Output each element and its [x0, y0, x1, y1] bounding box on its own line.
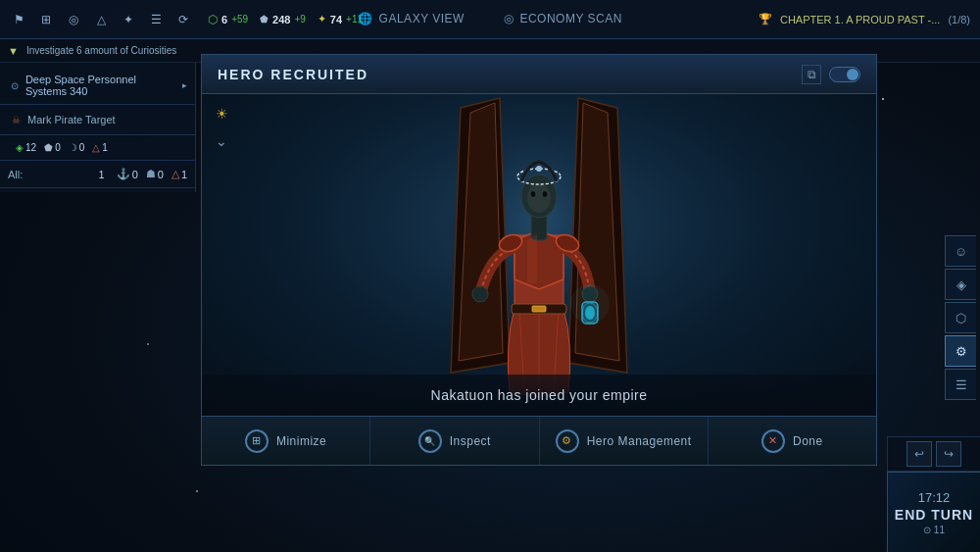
pirate-row[interactable]: ☠ Mark Pirate Target — [8, 109, 187, 130]
hero-svg — [421, 94, 657, 416]
nav-ctrl-left[interactable]: ↩ — [906, 441, 932, 467]
end-turn-turn: ⊙ 11 — [923, 525, 945, 535]
done-button[interactable]: ✕ Done — [709, 417, 876, 465]
modal-title: HERO RECRUITED — [218, 67, 368, 82]
fleet-icons: ⚓ 0 ☗ 0 △ 1 — [117, 168, 187, 180]
top-bar: ⚑ ⊞ ◎ △ ✦ ☰ ⟳ ⬡ 6 +59 ⬟ 248 +9 ✦ 74 +11 … — [0, 0, 980, 39]
toolbar-icon-7[interactable]: ⟳ — [172, 9, 194, 30]
science-value: 248 — [272, 14, 290, 25]
fleet-icon-3: △ — [172, 168, 179, 180]
stat-industry: ⬟ 0 — [44, 142, 61, 153]
system-row: ⊙ Deep Space Personnel Systems 340 ▸ — [8, 71, 187, 100]
stats-row: ◈ 12 ⬟ 0 ☽ 0 △ 1 — [8, 139, 187, 156]
economy-label: ECONOMY SCAN — [519, 12, 621, 25]
modal-header: HERO RECRUITED ⧉ — [202, 55, 876, 94]
top-nav: 🌐 GALAXY VIEW ◎ ECONOMY SCAN — [338, 0, 642, 38]
top-right: 🏆 CHAPTER 1. A PROUD PAST -... (1/8) — [759, 13, 980, 25]
svg-point-23 — [570, 284, 610, 324]
fleet-section: All: 1 ⚓ 0 ☗ 0 △ 1 — [0, 161, 195, 188]
panel-misc-btn[interactable]: ☰ — [945, 369, 976, 400]
minimize-label: Minimize — [276, 434, 326, 448]
toolbar-icon-4[interactable]: △ — [90, 9, 112, 30]
stats-section: ◈ 12 ⬟ 0 ☽ 0 △ 1 — [0, 135, 195, 161]
inspect-icon: 🔍 — [418, 429, 442, 453]
svg-rect-20 — [532, 306, 546, 312]
quest-text: Investigate 6 amount of Curiosities — [26, 45, 176, 56]
toolbar-icon-2[interactable]: ⊞ — [35, 9, 57, 30]
panel-heroes-btn[interactable]: ☺ — [945, 235, 976, 267]
hero-recruited-modal: HERO RECRUITED ⧉ ☀ ⌄ — [201, 54, 877, 466]
galaxy-label: GALAXY VIEW — [379, 12, 465, 25]
science-icon: ⬟ — [260, 14, 269, 25]
fleet-val-3: 1 — [181, 169, 187, 180]
toolbar-icon-5[interactable]: ✦ — [118, 9, 139, 30]
fleet-all-val: 1 — [99, 169, 105, 180]
appr-icon: △ — [92, 142, 100, 153]
end-turn-area[interactable]: 17:12 END TURN ⊙ 11 — [887, 472, 980, 552]
toolbar-icon-3[interactable]: ◎ — [63, 9, 84, 30]
fleet-icon-1: ⚓ — [117, 168, 130, 180]
svg-point-9 — [530, 191, 536, 198]
modal-controls: ⧉ — [802, 65, 860, 84]
dust-value: 6 — [221, 14, 227, 25]
ind-icon: ⬟ — [44, 142, 53, 153]
chapter-title: CHAPTER 1. A PROUD PAST -... — [780, 14, 940, 25]
chapter-progress: (1/8) — [948, 14, 970, 25]
minimize-button[interactable]: ⊞ Minimize — [202, 417, 370, 465]
done-icon: ✕ — [761, 429, 785, 453]
stat-food: ◈ 12 — [16, 142, 36, 153]
nav-ctrl-right[interactable]: ↪ — [936, 441, 961, 467]
end-turn-label: END TURN — [895, 507, 973, 523]
hero-message: Nakatuon has joined your empire — [202, 375, 876, 416]
economy-icon: ◎ — [504, 12, 514, 25]
sci2-icon: ☽ — [69, 142, 77, 153]
hero-portrait — [392, 94, 686, 416]
modal-copy-button[interactable]: ⧉ — [802, 65, 821, 84]
toolbar-icon-1[interactable]: ⚑ — [8, 9, 29, 30]
stat-approval: △ 1 — [92, 142, 108, 153]
science-delta: +9 — [294, 14, 305, 25]
modal-side-controls: ☀ ⌄ — [210, 102, 233, 153]
minimize-icon: ⊞ — [245, 429, 269, 453]
toolbar-icon-6[interactable]: ☰ — [145, 9, 167, 30]
tab-economy-scan[interactable]: ◎ ECONOMY SCAN — [484, 0, 642, 38]
system-icon: ⊙ — [8, 77, 22, 93]
fleet-all-label: All: — [8, 169, 95, 180]
sci2-val: 0 — [79, 142, 85, 153]
panel-colonies-btn[interactable]: ⬡ — [945, 302, 976, 333]
modal-footer: ⊞ Minimize 🔍 Inspect ⚙ Hero Management ✕… — [202, 416, 876, 465]
fleet-stat-3: △ 1 — [172, 168, 187, 180]
galaxy-icon: 🌐 — [358, 12, 373, 25]
system-name[interactable]: Deep Space Personnel Systems 340 — [25, 74, 178, 97]
system-expand-icon[interactable]: ▸ — [182, 80, 187, 90]
hero-management-icon: ⚙ — [556, 429, 579, 453]
hero-message-text: Nakatuon has joined your empire — [431, 387, 648, 403]
sun-icon[interactable]: ☀ — [210, 102, 233, 125]
right-panel: ☺ ◈ ⬡ ⚙ ☰ — [945, 235, 980, 400]
fleet-row: All: 1 ⚓ 0 ☗ 0 △ 1 — [8, 165, 187, 183]
inspect-button[interactable]: 🔍 Inspect — [370, 417, 539, 465]
toolbar-icons: ⚑ ⊞ ◎ △ ✦ ☰ ⟳ — [0, 9, 202, 30]
panel-ships-btn[interactable]: ◈ — [945, 269, 976, 300]
appr-val: 1 — [102, 142, 108, 153]
panel-settings-btn[interactable]: ⚙ — [945, 335, 976, 367]
end-turn-time: 17:12 — [918, 490, 951, 505]
fleet-stat-1: ⚓ 0 — [117, 168, 138, 180]
pirate-label: Mark Pirate Target — [27, 114, 187, 125]
fleet-icon-2: ☗ — [146, 168, 156, 180]
inspect-label: Inspect — [450, 434, 491, 448]
pirate-section: ☠ Mark Pirate Target — [0, 105, 195, 135]
pirate-icon: ☠ — [8, 112, 24, 127]
moon-icon[interactable]: ⌄ — [210, 129, 233, 153]
modal-toggle[interactable] — [829, 67, 860, 82]
done-label: Done — [793, 434, 823, 448]
stat-science2: ☽ 0 — [69, 142, 85, 153]
tab-galaxy-view[interactable]: 🌐 GALAXY VIEW — [338, 0, 484, 38]
resource-science: ⬟ 248 +9 — [254, 14, 312, 25]
dust-delta: +59 — [231, 14, 248, 25]
system-section: ⊙ Deep Space Personnel Systems 340 ▸ — [0, 67, 195, 105]
nav-controls: ↩ ↪ — [887, 436, 980, 472]
resource-dust: ⬡ 6 +59 — [202, 13, 254, 26]
hero-management-button[interactable]: ⚙ Hero Management — [540, 417, 709, 465]
food-icon: ◈ — [16, 142, 24, 153]
